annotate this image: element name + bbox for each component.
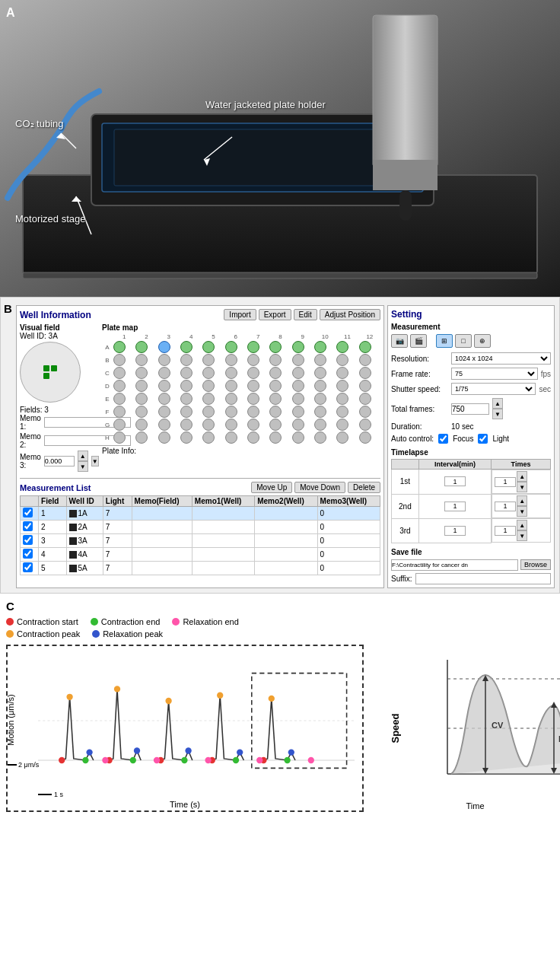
well-b6[interactable] (225, 354, 237, 366)
timelapse-1st-interval[interactable] (444, 476, 466, 486)
well-c7[interactable] (247, 367, 259, 379)
move-up-button[interactable]: Move Up (251, 482, 292, 493)
tl2-up[interactable]: ▲ (517, 495, 527, 506)
well-a12[interactable] (359, 341, 371, 353)
well-f12[interactable] (359, 406, 371, 418)
tl3-down[interactable]: ▼ (517, 530, 527, 541)
well-c6[interactable] (225, 367, 237, 379)
well-a2[interactable] (135, 341, 148, 353)
well-f10[interactable] (314, 406, 326, 418)
single-icon-btn[interactable]: □ (455, 334, 472, 348)
well-c12[interactable] (359, 367, 371, 379)
adjust-position-button[interactable]: Adjust Position (320, 309, 380, 320)
row2-check[interactable] (23, 521, 33, 531)
well-d1[interactable] (113, 380, 126, 392)
tl1-down[interactable]: ▼ (517, 482, 527, 492)
well-b9[interactable] (292, 354, 304, 366)
well-a7[interactable] (247, 341, 259, 353)
well-b8[interactable] (269, 354, 282, 366)
well-g3[interactable] (158, 419, 170, 431)
well-c5[interactable] (202, 367, 215, 379)
focus-checkbox[interactable] (438, 434, 448, 444)
row3-check[interactable] (23, 535, 33, 545)
total-frames-down[interactable]: ▼ (492, 409, 503, 419)
well-g7[interactable] (247, 419, 259, 431)
well-f8[interactable] (269, 406, 282, 418)
well-f6[interactable] (225, 406, 237, 418)
import-button[interactable]: Import (224, 309, 256, 320)
well-c2[interactable] (135, 367, 148, 379)
memo3-dropdown-btn[interactable]: ▼ (91, 456, 99, 466)
tl3-up[interactable]: ▲ (517, 520, 527, 530)
well-d3[interactable] (158, 380, 170, 392)
grid-icon-btn[interactable]: ⊞ (436, 334, 453, 348)
well-d11[interactable] (336, 380, 348, 392)
well-g9[interactable] (292, 419, 304, 431)
well-e11[interactable] (336, 393, 348, 405)
tl1-up[interactable]: ▲ (517, 471, 527, 482)
well-d2[interactable] (135, 380, 148, 392)
row4-check[interactable] (23, 549, 33, 559)
table-row[interactable]: 3 3A 7 0 (21, 534, 380, 548)
memo3-up-btn[interactable]: ▲ (78, 451, 88, 461)
well-a6[interactable] (225, 341, 237, 353)
well-c9[interactable] (292, 367, 304, 379)
well-d4[interactable] (180, 380, 192, 392)
well-a11[interactable] (336, 341, 348, 353)
well-c11[interactable] (336, 367, 348, 379)
save-file-path-input[interactable] (391, 559, 518, 571)
row5-check[interactable] (23, 562, 33, 572)
row1-check[interactable] (23, 508, 33, 517)
shutter-dropdown[interactable]: 1/75 1/30 (451, 383, 536, 395)
table-row[interactable]: 4 4A 7 0 (21, 548, 380, 562)
well-e3[interactable] (158, 393, 170, 405)
well-b3[interactable] (158, 354, 170, 366)
browse-button[interactable]: Browse (520, 559, 551, 570)
well-d6[interactable] (225, 380, 237, 392)
well-f2[interactable] (135, 406, 148, 418)
well-d5[interactable] (202, 380, 215, 392)
well-g8[interactable] (269, 419, 282, 431)
well-d12[interactable] (359, 380, 371, 392)
well-f11[interactable] (336, 406, 348, 418)
timelapse-3rd-interval[interactable] (444, 526, 466, 536)
table-row[interactable]: 2 2A 7 0 (21, 521, 380, 534)
well-f1[interactable] (113, 406, 126, 418)
well-g4[interactable] (180, 419, 192, 431)
well-d7[interactable] (247, 380, 259, 392)
well-f7[interactable] (247, 406, 259, 418)
well-h1[interactable] (113, 431, 126, 444)
well-h11[interactable] (336, 431, 348, 444)
well-h12[interactable] (359, 431, 371, 444)
well-h9[interactable] (292, 431, 304, 444)
well-e6[interactable] (225, 393, 237, 405)
memo3-down-btn[interactable]: ▼ (78, 461, 88, 472)
well-a3[interactable] (158, 341, 170, 353)
total-frames-up[interactable]: ▲ (492, 398, 503, 409)
export-button[interactable]: Export (259, 309, 291, 320)
timelapse-3rd-times[interactable] (495, 526, 516, 536)
well-e4[interactable] (180, 393, 192, 405)
timelapse-2nd-times[interactable] (495, 502, 516, 511)
well-f5[interactable] (202, 406, 215, 418)
well-a9[interactable] (292, 341, 304, 353)
tl2-down[interactable]: ▼ (517, 506, 527, 517)
well-a8[interactable] (269, 341, 282, 353)
well-b12[interactable] (359, 354, 371, 366)
timelapse-2nd-interval[interactable] (444, 502, 466, 511)
timelapse-1st-times[interactable] (495, 477, 516, 487)
well-g10[interactable] (314, 419, 326, 431)
well-h2[interactable] (135, 431, 148, 444)
table-row[interactable]: 1 1A 7 0 (21, 507, 380, 521)
well-f3[interactable] (158, 406, 170, 418)
well-h3[interactable] (158, 431, 170, 444)
well-d8[interactable] (269, 380, 282, 392)
total-frames-input[interactable] (451, 403, 489, 415)
well-c10[interactable] (314, 367, 326, 379)
well-g5[interactable] (202, 419, 215, 431)
well-e8[interactable] (269, 393, 282, 405)
well-f9[interactable] (292, 406, 304, 418)
well-b1[interactable] (113, 354, 126, 366)
well-a10[interactable] (314, 341, 326, 353)
multi-icon-btn[interactable]: ⊕ (474, 334, 491, 348)
